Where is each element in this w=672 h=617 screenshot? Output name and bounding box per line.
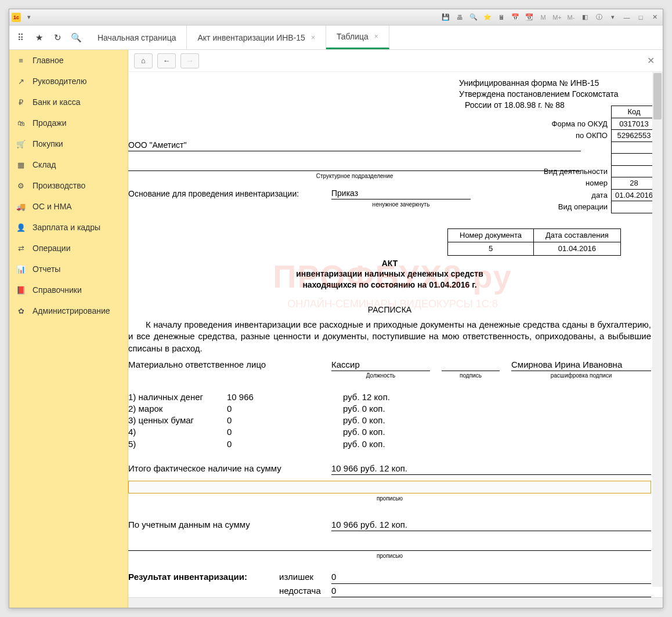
calendar2-icon[interactable]: 📆: [523, 12, 535, 23]
cash-cell-a: 3) ценных бумаг: [128, 415, 227, 426]
sidebar-label: Банк и касса: [32, 97, 80, 107]
info-icon[interactable]: ⓘ: [593, 12, 605, 23]
back-button[interactable]: ←: [157, 53, 176, 68]
app-window: 1c ▾ 💾 🖶 🔍 ⭐ 🖩 📅 📆 M M+ M- ◧ ⓘ ▾ — □ ✕ ⠿…: [9, 9, 663, 608]
home-button[interactable]: ⌂: [134, 53, 153, 68]
main-toolbar: ⌂ ← → ✕: [128, 50, 663, 72]
forward-button[interactable]: →: [180, 53, 199, 68]
highlight-input[interactable]: [128, 481, 651, 493]
panel-icon[interactable]: ◧: [579, 12, 591, 23]
hint-signature: подпись: [442, 372, 500, 380]
favorite-icon[interactable]: ⭐: [482, 12, 493, 23]
save-icon[interactable]: 💾: [440, 12, 451, 23]
star-icon[interactable]: ★: [32, 31, 45, 44]
sidebar-label: Руководителю: [32, 77, 86, 86]
sidebar-icon: 👤: [16, 223, 26, 232]
sidebar-item-11[interactable]: 📕Справочники: [9, 280, 128, 300]
responsible-position: Кассир: [331, 359, 430, 371]
sidebar-item-2[interactable]: ₽Банк и касса: [9, 92, 128, 112]
organization-value: ООО "Аметист": [128, 140, 581, 151]
sidebar-item-3[interactable]: 🛍Продажи: [9, 112, 128, 133]
m-minus-icon[interactable]: M-: [565, 12, 577, 23]
hint-name: расшифровка подписи: [511, 372, 651, 380]
maximize-icon[interactable]: □: [635, 12, 646, 23]
sidebar-item-0[interactable]: ≡Главное: [9, 50, 128, 71]
preview-icon[interactable]: 🔍: [468, 12, 479, 23]
close-icon[interactable]: ✕: [649, 12, 660, 23]
sidebar-label: Производство: [32, 181, 85, 190]
act-title: АКТ: [382, 259, 398, 268]
receipt-title: РАСПИСКА: [128, 304, 651, 315]
act-subtitle1: инвентаризации наличных денежных средств: [128, 268, 651, 280]
minimize-icon[interactable]: —: [621, 12, 633, 23]
total-accounting-label: По учетным данным на сумму: [128, 519, 331, 531]
cash-cell-c: руб. 0 коп.: [343, 403, 413, 415]
result-label: Результат инвентаризации:: [128, 571, 279, 583]
cash-line-2: 3) ценных бумаг0руб. 0 коп.: [128, 415, 651, 426]
calendar-icon[interactable]: 📅: [510, 12, 521, 23]
sidebar-icon: ₽: [16, 97, 26, 107]
apps-icon[interactable]: ⠿: [14, 31, 27, 44]
doc-number-value: 5: [448, 242, 534, 256]
m-icon[interactable]: M: [537, 12, 549, 23]
subdivision-line: [128, 162, 581, 171]
responsible-name: Смирнова Ирина Ивановна: [511, 359, 651, 371]
sidebar-item-5[interactable]: ▦Склад: [9, 154, 128, 175]
history-icon[interactable]: ↻: [51, 31, 64, 44]
sidebar-item-4[interactable]: 🛒Покупки: [9, 133, 128, 154]
tab-0[interactable]: Начальная страница: [87, 26, 187, 49]
tab-2[interactable]: Таблица×: [326, 26, 389, 49]
cash-line-3: 4)0руб. 0 коп.: [128, 426, 651, 438]
total-accounting-value: 10 966 руб. 12 коп.: [331, 519, 651, 531]
app-icon: 1c: [12, 13, 21, 22]
number-value: 28: [611, 177, 656, 190]
document-viewport[interactable]: ПРОФБУХ8.ру ОНЛАЙН-СЕМИНАРЫ ВИДЕОКУРСЫ 1…: [128, 72, 663, 597]
sidebar-icon: ⇄: [16, 244, 26, 253]
cash-cell-c: руб. 0 коп.: [343, 415, 413, 426]
calc-icon[interactable]: 🖩: [496, 12, 507, 23]
sidebar-item-8[interactable]: 👤Зарплата и кадры: [9, 217, 128, 238]
cash-cell-b: 0: [227, 438, 343, 450]
search-icon[interactable]: 🔍: [70, 31, 82, 44]
sidebar-item-12[interactable]: ✿Администрирование: [9, 300, 128, 321]
sidebar-item-1[interactable]: ↗Руководителю: [9, 71, 128, 92]
sidebar-item-6[interactable]: ⚙Производство: [9, 175, 128, 196]
vertical-scrollbar[interactable]: [652, 72, 663, 587]
print-icon[interactable]: 🖶: [454, 12, 465, 23]
sidebar-item-9[interactable]: ⇄Операции: [9, 238, 128, 259]
cash-cell-b: 0: [227, 426, 343, 438]
sidebar-icon: 🚚: [16, 202, 26, 211]
act-subtitle2: находящихся по состоянию на 01.04.2016 г…: [128, 280, 651, 291]
panel-close-icon[interactable]: ✕: [645, 55, 657, 66]
subdivision-caption: Структурное подразделение: [128, 172, 581, 180]
surplus-value: 0: [331, 571, 651, 583]
tab-label: Таблица: [337, 32, 368, 41]
basis-label: Основание для проведения инвентаризации:: [128, 188, 320, 199]
m-plus-icon[interactable]: M+: [551, 12, 563, 23]
sidebar-item-7[interactable]: 🚚ОС и НМА: [9, 196, 128, 217]
scrollbar-thumb[interactable]: [653, 73, 662, 119]
receipt-text: К началу проведения инвентаризации все р…: [128, 319, 651, 354]
main-area: ⌂ ← → ✕ ПРОФБУХ8.ру ОНЛАЙН-СЕМИНАРЫ ВИДЕ…: [128, 50, 663, 608]
act-header: Номер документа Дата составления 5 01.04…: [128, 228, 651, 291]
okud-value: 0317013: [611, 118, 656, 130]
sidebar-icon: 📕: [16, 285, 26, 295]
tab-1[interactable]: Акт инвентаризации ИНВ-15×: [187, 26, 326, 49]
sidebar-icon: 📊: [16, 264, 26, 274]
sidebar-icon: ▦: [16, 160, 26, 169]
sidebar-item-10[interactable]: 📊Отчеты: [9, 259, 128, 280]
tab-close-icon[interactable]: ×: [311, 34, 315, 42]
hint-position: Должность: [331, 372, 430, 380]
horizontal-scrollbar[interactable]: [128, 597, 663, 608]
info-drop-icon[interactable]: ▾: [607, 12, 619, 23]
surplus-label: излишек: [279, 571, 331, 583]
dropdown-icon[interactable]: ▾: [23, 12, 35, 23]
total-actual-value: 10 966 руб. 12 коп.: [331, 463, 651, 475]
accounting-in-words-line: [128, 542, 651, 551]
tab-close-icon[interactable]: ×: [374, 32, 378, 41]
okpo-value: 52962553: [611, 130, 656, 142]
sidebar-icon: ≡: [16, 56, 26, 65]
activity-type-label: Вид деятельности: [540, 165, 612, 177]
shortage-label: недостача: [279, 585, 331, 597]
sidebar: ≡Главное↗Руководителю₽Банк и касса🛍Прода…: [9, 50, 128, 608]
